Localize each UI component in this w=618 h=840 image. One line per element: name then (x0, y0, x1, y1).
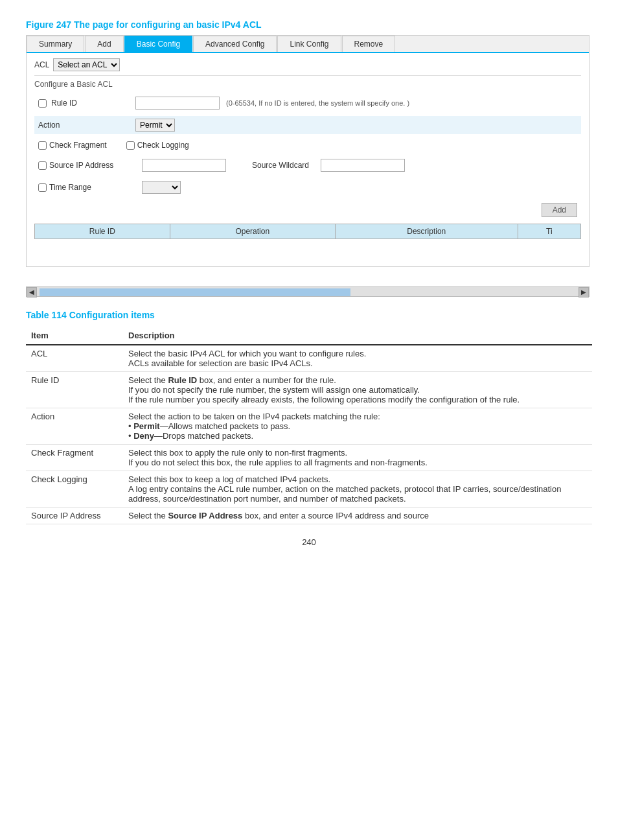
col-operation: Operation (170, 224, 335, 239)
time-range-row: Time Range (34, 178, 581, 196)
rule-id-row: Rule ID (0-65534, If no ID is entered, t… (34, 94, 581, 112)
action-row: Action Permit (34, 116, 581, 134)
time-range-select[interactable] (142, 181, 181, 194)
table-row (35, 239, 581, 259)
col-rule-id: Rule ID (35, 224, 170, 239)
config-table: Rule ID Operation Description Ti (34, 224, 581, 259)
source-wildcard-label: Source Wildcard (252, 161, 309, 170)
time-range-checkbox[interactable] (38, 183, 47, 192)
rule-id-hint: (0-65534, If no ID is entered, the syste… (226, 99, 409, 107)
desc-item-checklog: Check Logging (26, 471, 123, 507)
desc-text-sourceip: Select the Source IP Address box, and en… (123, 507, 592, 524)
check-fragment-item: Check Fragment (38, 141, 107, 150)
tab-advanced-config[interactable]: Advanced Config (193, 36, 277, 52)
scrollbar-thumb[interactable] (40, 288, 350, 296)
table-title: Table 114 Configuration items (26, 310, 592, 320)
col-ti: Ti (518, 224, 580, 239)
check-logging-item: Check Logging (126, 141, 189, 150)
rule-id-label: Rule ID (38, 99, 135, 108)
desc-row-checkfrag: Check Fragment Select this box to apply … (26, 444, 592, 471)
desc-row-checklog: Check Logging Select this box to keep a … (26, 471, 592, 507)
tab-bar: Summary Add Basic Config Advanced Config… (27, 36, 589, 53)
add-button[interactable]: Add (542, 203, 577, 217)
ui-panel: Summary Add Basic Config Advanced Config… (26, 35, 589, 267)
check-logging-label: Check Logging (137, 141, 189, 150)
desc-text-action: Select the action to be taken on the IPv… (123, 408, 592, 444)
figure-title: Figure 247 The page for configuring an b… (26, 19, 592, 30)
desc-text-checkfrag: Select this box to apply the rule only t… (123, 444, 592, 471)
tab-summary[interactable]: Summary (27, 36, 84, 52)
source-ip-checkbox[interactable] (38, 161, 47, 170)
desc-text-acl: Select the basic IPv4 ACL for which you … (123, 345, 592, 372)
desc-text-ruleid: Select the Rule ID box, and enter a numb… (123, 371, 592, 408)
scroll-right-arrow[interactable]: ▶ (578, 287, 589, 298)
source-ip-label: Source IP Address (38, 161, 135, 170)
desc-col-item: Item (26, 327, 123, 345)
scroll-left-arrow[interactable]: ◀ (27, 287, 37, 298)
panel-body: ACL Select an ACL Configure a Basic ACL … (27, 53, 589, 266)
desc-col-description: Description (123, 327, 592, 345)
tab-link-config[interactable]: Link Config (277, 36, 341, 52)
desc-table: Item Description ACL Select the basic IP… (26, 327, 592, 524)
desc-item-action: Action (26, 408, 123, 444)
acl-row: ACL Select an ACL (34, 58, 581, 76)
source-ip-row: Source IP Address Source Wildcard (34, 156, 581, 174)
add-button-row: Add (34, 200, 581, 220)
desc-item-ruleid: Rule ID (26, 371, 123, 408)
check-fragment-checkbox[interactable] (38, 141, 47, 150)
check-logging-checkbox[interactable] (126, 141, 135, 150)
page-number: 240 (26, 537, 592, 547)
col-description: Description (335, 224, 518, 239)
desc-item-checkfrag: Check Fragment (26, 444, 123, 471)
desc-text-checklog: Select this box to keep a log of matched… (123, 471, 592, 507)
rule-id-input[interactable] (135, 97, 220, 110)
check-fragment-label: Check Fragment (49, 141, 107, 150)
tab-remove[interactable]: Remove (342, 36, 396, 52)
check-row: Check Fragment Check Logging (34, 138, 581, 152)
scrollbar-area[interactable]: ◀ ▶ (26, 286, 589, 297)
tab-add[interactable]: Add (85, 36, 123, 52)
source-ip-input[interactable] (142, 159, 226, 172)
action-select[interactable]: Permit (135, 119, 175, 132)
desc-item-acl: ACL (26, 345, 123, 372)
desc-row-acl: ACL Select the basic IPv4 ACL for which … (26, 345, 592, 372)
acl-select[interactable]: Select an ACL (53, 58, 120, 71)
acl-label: ACL (34, 60, 49, 69)
desc-row-action: Action Select the action to be taken on … (26, 408, 592, 444)
tab-basic-config[interactable]: Basic Config (124, 36, 192, 52)
desc-row-sourceip: Source IP Address Select the Source IP A… (26, 507, 592, 524)
rule-id-checkbox[interactable] (38, 99, 47, 108)
configure-label: Configure a Basic ACL (34, 80, 581, 89)
action-label: Action (38, 121, 135, 130)
source-wildcard-input[interactable] (321, 159, 405, 172)
desc-item-sourceip: Source IP Address (26, 507, 123, 524)
desc-row-ruleid: Rule ID Select the Rule ID box, and ente… (26, 371, 592, 408)
time-range-label: Time Range (38, 183, 135, 192)
